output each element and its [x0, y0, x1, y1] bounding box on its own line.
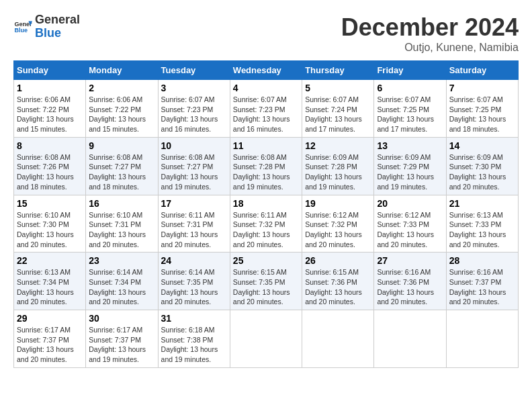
weekday-header: Saturday: [446, 61, 518, 80]
day-number: 11: [233, 140, 299, 151]
day-info: Sunrise: 6:07 AM Sunset: 7:24 PM Dayligh…: [305, 95, 371, 134]
day-info: Sunrise: 6:11 AM Sunset: 7:31 PM Dayligh…: [161, 210, 227, 250]
calendar-week-row: 22 Sunrise: 6:13 AM Sunset: 7:34 PM Dayl…: [14, 253, 519, 310]
calendar-cell: 6 Sunrise: 6:07 AM Sunset: 7:25 PM Dayli…: [374, 80, 446, 138]
day-number: 3: [161, 83, 227, 93]
calendar-cell: 3 Sunrise: 6:07 AM Sunset: 7:23 PM Dayli…: [158, 80, 230, 138]
svg-text:Blue: Blue: [14, 27, 28, 34]
day-info: Sunrise: 6:16 AM Sunset: 7:36 PM Dayligh…: [377, 267, 443, 307]
calendar-cell: 27 Sunrise: 6:16 AM Sunset: 7:36 PM Dayl…: [374, 253, 446, 310]
day-number: 19: [305, 198, 371, 209]
day-info: Sunrise: 6:08 AM Sunset: 7:27 PM Dayligh…: [161, 152, 227, 192]
calendar-week-row: 1 Sunrise: 6:06 AM Sunset: 7:22 PM Dayli…: [14, 80, 519, 138]
day-info: Sunrise: 6:13 AM Sunset: 7:34 PM Dayligh…: [17, 267, 83, 307]
calendar-table: SundayMondayTuesdayWednesdayThursdayFrid…: [13, 60, 519, 368]
day-number: 27: [377, 255, 443, 266]
weekday-header: Sunday: [14, 61, 86, 80]
calendar-cell: 19 Sunrise: 6:12 AM Sunset: 7:32 PM Dayl…: [302, 195, 374, 253]
weekday-header: Monday: [86, 61, 158, 80]
calendar-cell: 30 Sunrise: 6:17 AM Sunset: 7:37 PM Dayl…: [86, 310, 158, 368]
weekday-header: Tuesday: [158, 61, 230, 80]
day-number: 26: [305, 255, 371, 266]
page-header: General Blue GeneralBlue December 2024 O…: [13, 13, 519, 54]
calendar-week-row: 8 Sunrise: 6:08 AM Sunset: 7:26 PM Dayli…: [14, 137, 519, 195]
day-number: 6: [377, 83, 443, 93]
calendar-cell: 11 Sunrise: 6:08 AM Sunset: 7:28 PM Dayl…: [230, 137, 302, 195]
calendar-cell: 12 Sunrise: 6:09 AM Sunset: 7:28 PM Dayl…: [302, 137, 374, 195]
day-info: Sunrise: 6:08 AM Sunset: 7:28 PM Dayligh…: [233, 152, 299, 192]
day-info: Sunrise: 6:17 AM Sunset: 7:37 PM Dayligh…: [89, 325, 154, 365]
calendar-cell: 23 Sunrise: 6:14 AM Sunset: 7:34 PM Dayl…: [86, 253, 158, 310]
day-info: Sunrise: 6:12 AM Sunset: 7:32 PM Dayligh…: [305, 210, 371, 250]
day-number: 20: [377, 198, 443, 209]
calendar-cell: 25 Sunrise: 6:15 AM Sunset: 7:35 PM Dayl…: [230, 253, 302, 310]
day-info: Sunrise: 6:15 AM Sunset: 7:35 PM Dayligh…: [233, 267, 299, 307]
calendar-cell: 7 Sunrise: 6:07 AM Sunset: 7:25 PM Dayli…: [446, 80, 518, 138]
calendar-cell: 16 Sunrise: 6:10 AM Sunset: 7:31 PM Dayl…: [86, 195, 158, 253]
day-number: 13: [377, 140, 443, 151]
day-info: Sunrise: 6:16 AM Sunset: 7:37 PM Dayligh…: [449, 267, 515, 307]
calendar-cell: 31 Sunrise: 6:18 AM Sunset: 7:38 PM Dayl…: [158, 310, 230, 368]
calendar-cell: 22 Sunrise: 6:13 AM Sunset: 7:34 PM Dayl…: [14, 253, 86, 310]
day-number: 17: [161, 198, 227, 209]
logo-text: GeneralBlue: [35, 13, 80, 40]
day-info: Sunrise: 6:08 AM Sunset: 7:26 PM Dayligh…: [17, 152, 83, 192]
day-info: Sunrise: 6:09 AM Sunset: 7:30 PM Dayligh…: [449, 152, 515, 192]
day-number: 30: [89, 313, 154, 324]
calendar-cell: 15 Sunrise: 6:10 AM Sunset: 7:30 PM Dayl…: [14, 195, 86, 253]
day-number: 9: [89, 140, 154, 151]
calendar-cell: 20 Sunrise: 6:12 AM Sunset: 7:33 PM Dayl…: [374, 195, 446, 253]
day-number: 22: [17, 255, 83, 266]
day-number: 15: [17, 198, 83, 209]
calendar-cell: 28 Sunrise: 6:16 AM Sunset: 7:37 PM Dayl…: [446, 253, 518, 310]
day-info: Sunrise: 6:14 AM Sunset: 7:35 PM Dayligh…: [161, 267, 227, 307]
calendar-cell: 24 Sunrise: 6:14 AM Sunset: 7:35 PM Dayl…: [158, 253, 230, 310]
calendar-cell: 21 Sunrise: 6:13 AM Sunset: 7:33 PM Dayl…: [446, 195, 518, 253]
day-number: 29: [17, 313, 83, 324]
day-number: 18: [233, 198, 299, 209]
weekday-header: Thursday: [302, 61, 374, 80]
day-number: 12: [305, 140, 371, 151]
calendar-cell: 8 Sunrise: 6:08 AM Sunset: 7:26 PM Dayli…: [14, 137, 86, 195]
calendar-cell: 17 Sunrise: 6:11 AM Sunset: 7:31 PM Dayl…: [158, 195, 230, 253]
calendar-cell: 29 Sunrise: 6:17 AM Sunset: 7:37 PM Dayl…: [14, 310, 86, 368]
day-number: 2: [89, 83, 154, 93]
day-info: Sunrise: 6:07 AM Sunset: 7:25 PM Dayligh…: [449, 95, 515, 134]
calendar-cell: [446, 310, 518, 368]
day-info: Sunrise: 6:09 AM Sunset: 7:29 PM Dayligh…: [377, 152, 443, 192]
calendar-week-row: 15 Sunrise: 6:10 AM Sunset: 7:30 PM Dayl…: [14, 195, 519, 253]
day-info: Sunrise: 6:07 AM Sunset: 7:23 PM Dayligh…: [161, 95, 227, 134]
day-info: Sunrise: 6:14 AM Sunset: 7:34 PM Dayligh…: [89, 267, 154, 307]
day-info: Sunrise: 6:06 AM Sunset: 7:22 PM Dayligh…: [89, 95, 154, 134]
day-number: 23: [89, 255, 154, 266]
title-block: December 2024 Outjo, Kunene, Namibia: [341, 13, 519, 54]
day-info: Sunrise: 6:07 AM Sunset: 7:25 PM Dayligh…: [377, 95, 443, 134]
day-number: 25: [233, 255, 299, 266]
logo-icon: General Blue: [13, 17, 32, 36]
day-number: 31: [161, 313, 227, 324]
calendar-cell: 10 Sunrise: 6:08 AM Sunset: 7:27 PM Dayl…: [158, 137, 230, 195]
calendar-cell: 14 Sunrise: 6:09 AM Sunset: 7:30 PM Dayl…: [446, 137, 518, 195]
day-info: Sunrise: 6:18 AM Sunset: 7:38 PM Dayligh…: [161, 325, 227, 365]
day-info: Sunrise: 6:10 AM Sunset: 7:31 PM Dayligh…: [89, 210, 154, 250]
calendar-cell: 18 Sunrise: 6:11 AM Sunset: 7:32 PM Dayl…: [230, 195, 302, 253]
day-info: Sunrise: 6:13 AM Sunset: 7:33 PM Dayligh…: [449, 210, 515, 250]
calendar-cell: 4 Sunrise: 6:07 AM Sunset: 7:23 PM Dayli…: [230, 80, 302, 138]
calendar-cell: [302, 310, 374, 368]
day-info: Sunrise: 6:11 AM Sunset: 7:32 PM Dayligh…: [233, 210, 299, 250]
weekday-header: Wednesday: [230, 61, 302, 80]
logo: General Blue GeneralBlue: [13, 13, 80, 40]
day-info: Sunrise: 6:10 AM Sunset: 7:30 PM Dayligh…: [17, 210, 83, 250]
day-info: Sunrise: 6:12 AM Sunset: 7:33 PM Dayligh…: [377, 210, 443, 250]
day-info: Sunrise: 6:15 AM Sunset: 7:36 PM Dayligh…: [305, 267, 371, 307]
weekday-header: Friday: [374, 61, 446, 80]
calendar-cell: 26 Sunrise: 6:15 AM Sunset: 7:36 PM Dayl…: [302, 253, 374, 310]
day-number: 7: [449, 83, 515, 93]
location-title: Outjo, Kunene, Namibia: [341, 42, 519, 54]
day-number: 16: [89, 198, 154, 209]
calendar-cell: [230, 310, 302, 368]
day-number: 21: [449, 198, 515, 209]
day-info: Sunrise: 6:07 AM Sunset: 7:23 PM Dayligh…: [233, 95, 299, 134]
day-number: 10: [161, 140, 227, 151]
day-number: 1: [17, 83, 83, 93]
